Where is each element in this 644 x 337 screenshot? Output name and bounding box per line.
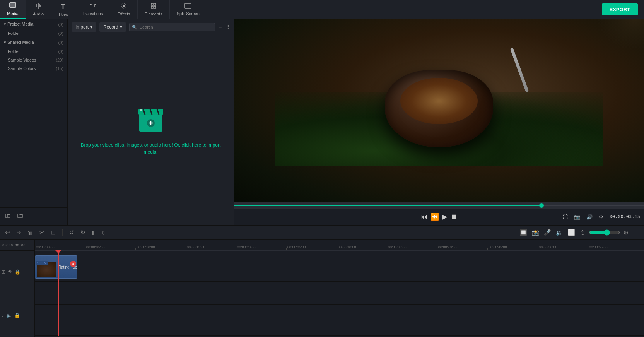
nav-titles[interactable]: T Titles: [51, 0, 75, 19]
timeline-left-panel: 00:00:00:00 ⊞ 👁 🔒 ♪ 🔈 🔒: [0, 240, 35, 337]
playhead[interactable]: [58, 251, 59, 336]
zoom-slider[interactable]: [589, 229, 620, 236]
zoom-fit-button[interactable]: ⊕: [622, 228, 630, 237]
shared-folder-item[interactable]: Folder (0): [0, 47, 67, 56]
project-folder-count: (0): [58, 31, 63, 36]
nav-elements[interactable]: Elements: [138, 0, 170, 19]
video-clip[interactable]: 1.00 x ✕ Plating Food: [35, 255, 77, 279]
preview-controls: ⏮ ⏪ ▶ ⏹ ⛶ 📷 🔊 ⚙ 00:00:03:15: [234, 202, 644, 225]
record-button[interactable]: Record ▾: [99, 22, 126, 32]
export-button[interactable]: EXPORT: [602, 3, 638, 15]
ruler-tick-9: 00:00:45:00: [487, 240, 507, 250]
mic-button[interactable]: 🎤: [543, 228, 552, 237]
playback-right-controls: ⛶ 📷 🔊 ⚙ 00:00:03:15: [561, 212, 640, 221]
scrubber-bar[interactable]: [234, 202, 644, 209]
audio-detach-button[interactable]: ♫: [100, 228, 106, 237]
scrubber-thumb[interactable]: [539, 203, 544, 208]
delete-button[interactable]: 🗑: [26, 228, 34, 237]
shared-folder-count: (0): [58, 49, 63, 54]
svg-rect-1: [10, 3, 15, 7]
settings-button[interactable]: ⚙: [597, 212, 605, 221]
nav-audio-label: Audio: [33, 12, 44, 16]
track-lock-button[interactable]: 🔒: [15, 269, 20, 275]
track-blend-button[interactable]: ⊞: [2, 269, 5, 275]
nav-effects[interactable]: Effects: [110, 0, 137, 19]
search-icon: 🔍: [132, 25, 137, 30]
playhead-marker: [55, 250, 61, 253]
speed-button[interactable]: ⏱: [579, 228, 587, 237]
undo-button[interactable]: ↩: [4, 228, 11, 237]
zoom-out-button[interactable]: 🔲: [519, 228, 528, 237]
track-audio-lock-button[interactable]: 🔒: [14, 313, 20, 318]
track-eye-button[interactable]: 👁: [8, 269, 12, 275]
stop-button[interactable]: ⏹: [449, 211, 459, 222]
ruler-tick-11: 00:00:55:00: [588, 240, 608, 250]
ruler-tick-4: 00:00:20:00: [236, 240, 256, 250]
nav-transitions[interactable]: Transitions: [75, 0, 110, 19]
shared-media-label: ▾ Shared Media: [4, 40, 34, 45]
more-options-button[interactable]: ⋯: [632, 228, 640, 237]
fullscreen-button[interactable]: ⛶: [561, 212, 569, 221]
sample-colors-item[interactable]: Sample Colors (15): [0, 64, 67, 73]
track-audio-eye-button[interactable]: 🔈: [6, 313, 12, 318]
project-media-section[interactable]: ▾ Project Media (0): [0, 19, 67, 29]
svg-point-7: [123, 5, 125, 7]
audio-track: [35, 282, 644, 305]
ruler-tick-8: 00:00:40:00: [437, 240, 457, 250]
search-input[interactable]: [129, 23, 215, 31]
ruler-tick-2: 00:00:10:00: [135, 240, 155, 250]
ruler-tick-5: 00:00:25:00: [286, 240, 306, 250]
sample-videos-count: (20): [56, 58, 63, 62]
crop-button[interactable]: ⊡: [50, 228, 57, 237]
timeline-right-panel[interactable]: 00:00:00:00 00:00:05:00 00:00:10:00 00:0…: [35, 240, 644, 337]
project-media-label: ▾ Project Media: [4, 22, 33, 27]
main-layout: ▾ Project Media (0) Folder (0) ▾ Shared …: [0, 19, 644, 225]
grid-view-button[interactable]: ⠿: [226, 24, 230, 30]
filter-button[interactable]: ⊟: [218, 24, 223, 30]
zoom-area: 🔲 📸 🎤 🔉 ⬜ ⏱ ⊕ ⋯: [519, 228, 640, 237]
nav-audio[interactable]: Audio: [26, 0, 51, 19]
scene-hand: [598, 19, 644, 50]
rotate-right-button[interactable]: ↻: [79, 228, 87, 237]
split-button[interactable]: ⫿: [91, 228, 96, 237]
remove-folder-button[interactable]: [15, 211, 25, 222]
import-button[interactable]: Import ▾: [72, 22, 96, 32]
play-button[interactable]: ▶: [441, 211, 449, 222]
clip-delete-button[interactable]: ✕: [70, 261, 76, 267]
ruler-tick-0: 00:00:00:00: [35, 240, 55, 250]
top-navigation: Media Audio T Titles Transitions Effects…: [0, 0, 644, 19]
media-panel: Import ▾ Record ▾ 🔍 ⊟ ⠿: [68, 19, 234, 225]
audio-track-2: [35, 305, 644, 336]
volume-button[interactable]: 🔊: [585, 212, 594, 221]
clip-speed-badge: 1.00 x: [36, 261, 48, 265]
time-display: 00:00:03:15: [610, 214, 640, 219]
nav-elements-label: Elements: [145, 12, 162, 16]
sidebar-bottom-toolbar: [0, 207, 67, 225]
shared-media-section[interactable]: ▾ Shared Media (0): [0, 38, 67, 47]
scrubber-fill: [234, 205, 542, 206]
skip-back-button[interactable]: ⏮: [419, 211, 429, 222]
screenshot-button[interactable]: 📷: [572, 212, 582, 221]
add-folder-button[interactable]: [3, 211, 12, 222]
search-wrapper: 🔍: [129, 23, 215, 31]
rotate-left-button[interactable]: ↺: [68, 228, 75, 237]
redo-button[interactable]: ↪: [15, 228, 22, 237]
project-folder-item[interactable]: Folder (0): [0, 29, 67, 38]
nav-media-label: Media: [7, 11, 19, 16]
audio-icon: [35, 3, 41, 10]
sample-videos-item[interactable]: Sample Videos (20): [0, 56, 67, 64]
nav-splitscreen[interactable]: Split Screen: [170, 0, 207, 19]
subtitle-button[interactable]: ⬜: [567, 228, 576, 237]
record-chevron-icon: ▾: [120, 24, 122, 30]
nav-media[interactable]: Media: [0, 0, 26, 19]
left-sidebar: ▾ Project Media (0) Folder (0) ▾ Shared …: [0, 19, 68, 225]
audio-export-button[interactable]: 🔉: [555, 228, 564, 237]
media-drop-text: Drop your video clips, images, or audio …: [75, 142, 226, 156]
cut-button[interactable]: ✂: [38, 228, 46, 237]
media-drop-zone[interactable]: Drop your video clips, images, or audio …: [68, 35, 234, 225]
sample-colors-count: (15): [56, 66, 63, 71]
track-audio-icon: ♪: [2, 313, 4, 318]
snapshot-button[interactable]: 📸: [531, 228, 540, 237]
step-back-button[interactable]: ⏪: [429, 211, 441, 222]
nav-effects-label: Effects: [117, 12, 130, 16]
